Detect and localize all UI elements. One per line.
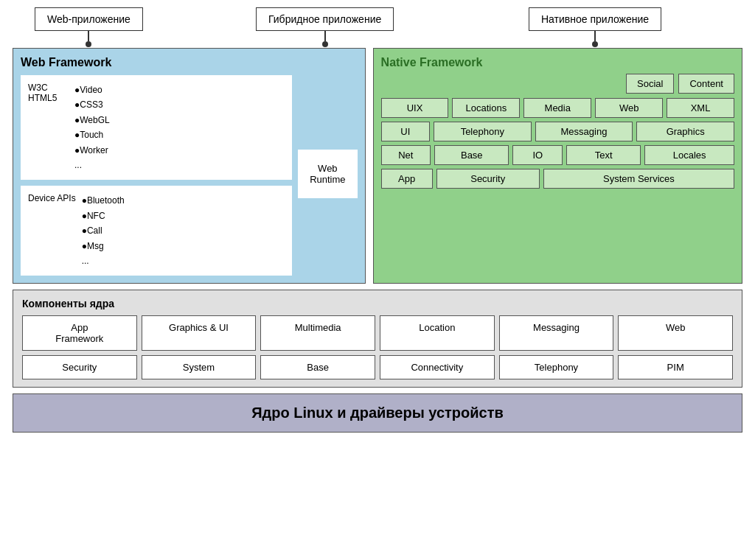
w3c-html5-box: W3C HTML5 ●Video ●CSS3 ●WebGL ●Touch ●Wo… — [21, 75, 292, 180]
text-cell: Text — [566, 145, 641, 165]
locales-cell: Locales — [644, 145, 734, 165]
telephony-cell: Telephony — [434, 122, 532, 141]
base-core-cell: Base — [260, 355, 375, 379]
social-cell: Social — [626, 74, 674, 94]
native-framework: Native Framework Social Content UIX Loca… — [373, 48, 742, 284]
system-cell: System — [142, 355, 257, 379]
web-cell: Web — [595, 98, 663, 118]
base-cell: Base — [434, 145, 509, 165]
native-app-box: Нативное приложение — [529, 7, 661, 31]
hybrid-app-box: Гибридное приложение — [256, 7, 394, 31]
graphics-ui-cell: Graphics & UI — [142, 315, 257, 351]
core-title: Компоненты ядра — [22, 298, 733, 309]
security-nf-cell: Security — [436, 169, 540, 189]
messaging-cell: Messaging — [535, 122, 633, 141]
graphics-cell: Graphics — [636, 122, 734, 141]
core-components: Компоненты ядра App Framework Graphics &… — [13, 290, 742, 388]
device-apis-box: Device APIs ●Bluetooth ●NFC ●Call ●Msg .… — [21, 186, 292, 276]
kernel-bar: Ядро Linux и драйверы устройств — [13, 393, 742, 433]
location-cell: Location — [380, 315, 495, 351]
xml-cell: XML — [667, 98, 734, 118]
content-cell: Content — [678, 74, 734, 94]
native-framework-title: Native Framework — [381, 56, 734, 69]
uix-cell: UIX — [381, 98, 449, 118]
locations-cell: Locations — [452, 98, 520, 118]
security-core-cell: Security — [22, 355, 137, 379]
web-app-box: Web-приложение — [35, 7, 143, 31]
app-cell: App — [381, 169, 433, 189]
messaging-core-cell: Messaging — [499, 315, 614, 351]
connectivity-cell: Connectivity — [380, 355, 495, 379]
io-cell: IO — [512, 145, 563, 165]
ui-cell: UI — [381, 122, 430, 141]
multimedia-cell: Multimedia — [260, 315, 375, 351]
web-runtime-box: Web Runtime — [298, 150, 357, 198]
web-framework-title: Web Framework — [21, 56, 358, 69]
media-cell: Media — [523, 98, 591, 118]
web-framework: Web Framework W3C HTML5 ●Video ●CSS3 ●We… — [13, 48, 366, 284]
net-cell: Net — [381, 145, 431, 165]
telephony-core-cell: Telephony — [499, 355, 614, 379]
app-framework-cell: App Framework — [22, 315, 137, 351]
system-services-cell: System Services — [543, 169, 734, 189]
pim-cell: PIM — [618, 355, 733, 379]
web-core-cell: Web — [618, 315, 733, 351]
